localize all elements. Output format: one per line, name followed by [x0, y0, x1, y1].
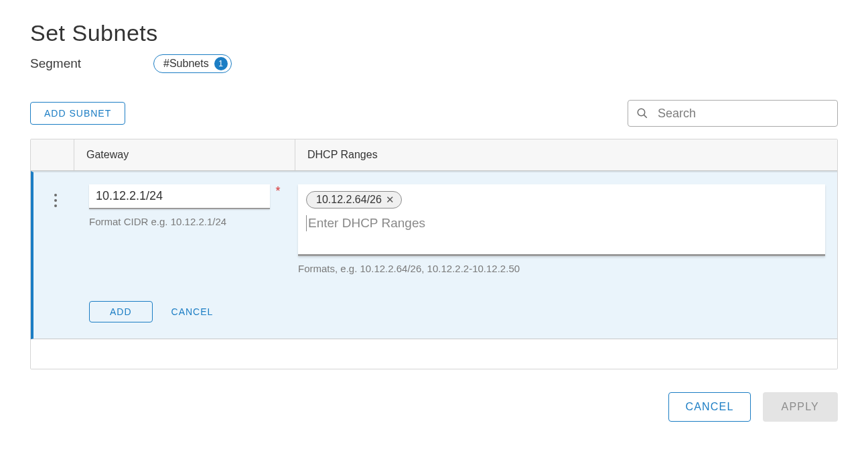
segment-row: Segment #Subnets 1	[30, 54, 838, 73]
add-subnet-button[interactable]: ADD SUBNET	[30, 102, 125, 125]
segment-label: Segment	[30, 56, 81, 71]
search-icon	[636, 107, 648, 119]
table-footer	[31, 339, 837, 369]
page-title: Set Subnets	[30, 20, 838, 46]
table-header: Gateway DHCP Ranges	[31, 139, 837, 171]
dhcp-tag-label: 10.12.2.64/26	[316, 194, 382, 206]
gateway-hint: Format CIDR e.g. 10.12.2.1/24	[89, 216, 286, 227]
svg-point-0	[638, 109, 645, 116]
row-add-button[interactable]: ADD	[89, 301, 153, 322]
search-input[interactable]	[656, 106, 829, 121]
row-menu-button[interactable]	[52, 191, 60, 210]
dhcp-tag: 10.12.2.64/26 ✕	[306, 191, 402, 209]
dhcp-ranges-input[interactable]	[306, 215, 817, 231]
subnets-table: Gateway DHCP Ranges * Format CIDR e.g. 1…	[30, 139, 838, 369]
dhcp-hint: Formats, e.g. 10.12.2.64/26, 10.12.2.2-1…	[298, 263, 825, 274]
cancel-button[interactable]: CANCEL	[668, 392, 750, 422]
svg-line-1	[644, 115, 647, 118]
apply-button: APPLY	[763, 392, 838, 422]
header-dhcp: DHCP Ranges	[295, 139, 837, 170]
header-gateway: Gateway	[74, 139, 295, 170]
search-wrapper[interactable]	[628, 100, 838, 127]
required-indicator: *	[275, 184, 280, 198]
table-row: * Format CIDR e.g. 10.12.2.1/24 ADD CANC…	[31, 171, 837, 339]
subnets-chip-count: 1	[214, 57, 228, 70]
remove-tag-icon[interactable]: ✕	[386, 194, 394, 206]
row-cancel-button[interactable]: CANCEL	[171, 306, 214, 317]
subnets-chip[interactable]: #Subnets 1	[153, 54, 232, 73]
dhcp-ranges-box[interactable]: 10.12.2.64/26 ✕	[298, 184, 825, 256]
subnets-chip-label: #Subnets	[163, 58, 209, 70]
gateway-input[interactable]	[89, 184, 270, 209]
